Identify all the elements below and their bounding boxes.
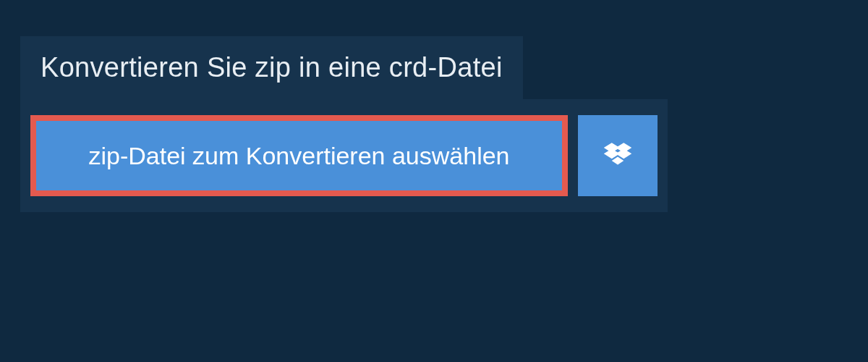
dropbox-button[interactable] bbox=[578, 115, 658, 196]
converter-panel: Konvertieren Sie zip in eine crd-Datei z… bbox=[0, 0, 868, 248]
select-file-button[interactable]: zip-Datei zum Konvertieren auswählen bbox=[30, 115, 568, 196]
button-row: zip-Datei zum Konvertieren auswählen bbox=[20, 99, 668, 212]
select-file-button-label: zip-Datei zum Konvertieren auswählen bbox=[88, 142, 509, 170]
page-title: Konvertieren Sie zip in eine crd-Datei bbox=[20, 36, 523, 99]
dropbox-icon bbox=[602, 140, 634, 172]
